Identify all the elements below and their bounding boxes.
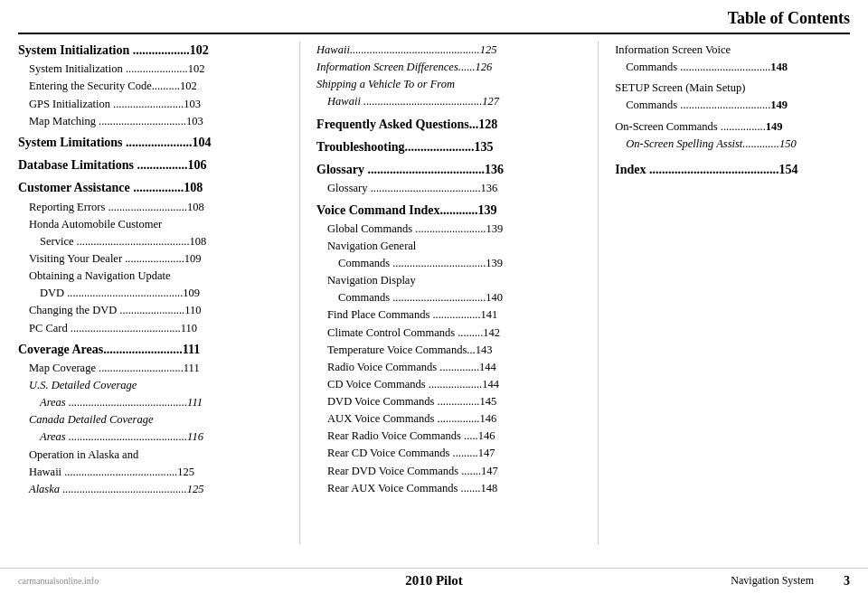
toc-item-vc-temp: Temperature Voice Commands... 143: [316, 342, 590, 358]
toc-item-coverage-4: Canada Detailed Coverage: [18, 411, 292, 428]
section-title-system-init-label: System Initialization ..................: [18, 42, 190, 60]
section-glossary: Glossary ...............................…: [316, 161, 590, 196]
footer-bar: 2010 Pilot Navigation System 3 carmanual…: [0, 568, 868, 593]
toc-item-coverage-6: Operation in Alaska and: [18, 447, 292, 463]
section-title-db-limits: Database Limitations ................ 10…: [18, 156, 292, 174]
section-title-system-init: System Initialization ..................…: [18, 42, 292, 60]
section-title-coverage: Coverage Areas......................... …: [18, 341, 292, 359]
toc-title-setup: SETUP Screen (Main Setup): [615, 80, 850, 96]
toc-item-customer-3: Service ................................…: [18, 233, 292, 249]
toc-item-info-voice-cmd: Commands ...............................…: [615, 59, 850, 75]
toc-item-customer-7: Changing the DVD .......................…: [18, 302, 292, 318]
toc-item-vc-find-place: Find Place Commands ................. 14…: [316, 306, 590, 323]
section-setup: SETUP Screen (Main Setup) Commands .....…: [615, 80, 850, 113]
toc-item-c2-hawaii: Hawaii..................................…: [316, 42, 590, 58]
column-2: Hawaii..................................…: [309, 42, 599, 544]
toc-item-sys-init-3: GPS Initialization .....................…: [18, 96, 292, 112]
toc-item-sys-init-1: System Initialization ..................…: [18, 61, 292, 77]
toc-item-coverage-1: Map Coverage ...........................…: [18, 360, 292, 376]
content-area: System Initialization ..................…: [18, 42, 850, 544]
toc-title-info-voice: Information Screen Voice: [615, 42, 850, 58]
toc-item-coverage-2: U.S. Detailed Coverage: [18, 377, 292, 393]
section-system-init: System Initialization ..................…: [18, 42, 292, 129]
column-1: System Initialization ..................…: [18, 42, 300, 544]
section-onscreen: On-Screen Commands ................ 149 …: [615, 118, 850, 152]
section-index: Index ..................................…: [615, 161, 850, 179]
section-title-glossary: Glossary ...............................…: [316, 161, 590, 179]
toc-item-vc-rear-cd: Rear CD Voice Commands ......... 147: [316, 445, 590, 461]
toc-item-vc-climate: Climate Control Commands ......... 142: [316, 325, 590, 341]
toc-item-customer-8: PC Card ................................…: [18, 320, 292, 336]
page-title: Table of Contents: [18, 9, 850, 34]
footer-page-num: 3: [844, 574, 850, 588]
toc-item-vc-4: Navigation Display: [316, 272, 590, 288]
toc-item-vc-rear-radio: Rear Radio Voice Commands ..... 146: [316, 428, 590, 444]
toc-item-customer-1: Reporting Errors .......................…: [18, 199, 292, 215]
toc-item-customer-2: Honda Automobile Customer: [18, 216, 292, 232]
toc-item-vc-cd: CD Voice Commands ................... 14…: [316, 376, 590, 392]
section-system-limits: System Limitations .....................…: [18, 134, 292, 152]
section-coverage: Coverage Areas......................... …: [18, 341, 292, 497]
toc-item-vc-2: Navigation General: [316, 238, 590, 254]
section-col2-top: Hawaii..................................…: [316, 42, 590, 110]
toc-item-vc-3: Commands ...............................…: [316, 255, 590, 271]
toc-item-vc-aux: AUX Voice Commands ............... 146: [316, 410, 590, 427]
column-3: Information Screen Voice Commands ......…: [608, 42, 850, 544]
toc-item-coverage-5: Areas ..................................…: [18, 428, 292, 445]
toc-item-c2-info-diff: Information Screen Differences...... 126: [316, 59, 590, 75]
section-info-voice: Information Screen Voice Commands ......…: [615, 42, 850, 75]
toc-item-sys-init-2: Entering the Security Code.......... 102: [18, 78, 292, 94]
section-db-limits: Database Limitations ................ 10…: [18, 156, 292, 174]
section-voice-cmd: Voice Command Index............ 139 Glob…: [316, 202, 590, 496]
toc-item-vc-rear-aux: Rear AUX Voice Commands ....... 148: [316, 480, 590, 496]
toc-item-c2-shipping: Shipping a Vehicle To or From: [316, 76, 590, 92]
section-title-voice-cmd: Voice Command Index............ 139: [316, 202, 590, 220]
toc-item-customer-6: DVD ....................................…: [18, 285, 292, 301]
toc-item-vc-1: Global Commands ........................…: [316, 221, 590, 237]
section-title-faq: Frequently Asked Questions... 128: [316, 116, 590, 134]
toc-item-coverage-8: Alaska .................................…: [18, 481, 292, 497]
section-title-system-limits: System Limitations .....................…: [18, 134, 292, 152]
footer-nav-label: Navigation System: [731, 574, 814, 588]
toc-item-onscreen-spell: On-Screen Spelling Assist............. 1…: [615, 136, 850, 152]
footer-watermark: carmanualsonline.info: [18, 576, 99, 586]
toc-item-c2-hawaii2: Hawaii .................................…: [316, 93, 590, 109]
section-faq: Frequently Asked Questions... 128: [316, 116, 590, 134]
section-title-customer: Customer Assistance ................ 108: [18, 179, 292, 197]
toc-item-vc-dvd: DVD Voice Commands ............... 145: [316, 393, 590, 409]
toc-item-coverage-7: Hawaii .................................…: [18, 464, 292, 480]
toc-title-onscreen: On-Screen Commands ................ 149: [615, 118, 850, 135]
toc-item-vc-5: Commands ...............................…: [316, 289, 590, 306]
toc-item-vc-rear-dvd: Rear DVD Voice Commands ....... 147: [316, 463, 590, 479]
toc-item-customer-4: Visiting Your Dealer ...................…: [18, 250, 292, 267]
section-trouble: Troubleshooting...................... 13…: [316, 138, 590, 156]
toc-item-customer-5: Obtaining a Navigation Update: [18, 268, 292, 284]
section-customer: Customer Assistance ................ 108…: [18, 179, 292, 335]
section-title-trouble: Troubleshooting...................... 13…: [316, 138, 590, 156]
toc-item-sys-init-4: Map Matching ...........................…: [18, 113, 292, 129]
toc-item-vc-radio: Radio Voice Commands .............. 144: [316, 359, 590, 375]
section-title-system-init-page: 102: [190, 42, 209, 60]
toc-item-coverage-3: Areas ..................................…: [18, 394, 292, 410]
toc-item-glossary-1: Glossary ...............................…: [316, 180, 590, 196]
toc-item-setup-cmd: Commands ...............................…: [615, 97, 850, 113]
section-title-index: Index ..................................…: [615, 161, 850, 179]
page-container: Table of Contents System Initialization …: [0, 0, 868, 593]
footer-brand: 2010 Pilot: [405, 573, 463, 588]
